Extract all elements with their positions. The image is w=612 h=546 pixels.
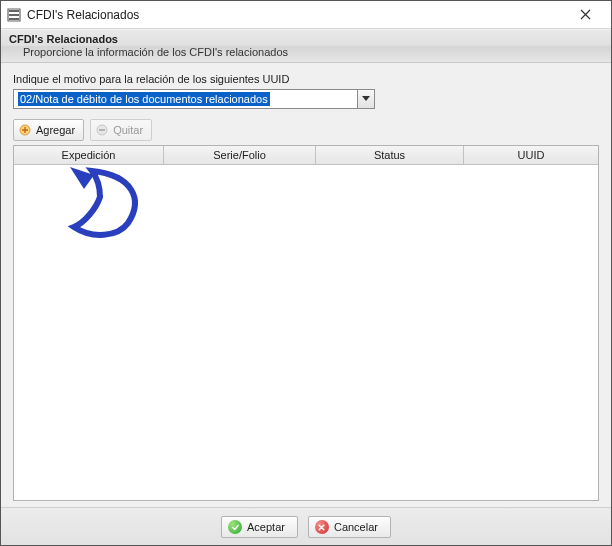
dialog-footer: Aceptar Cancelar	[1, 507, 611, 546]
reason-dropdown-value: 02/Nota de débito de los documentos rela…	[18, 92, 270, 106]
add-button-label: Agregar	[36, 124, 75, 136]
close-icon	[580, 9, 591, 20]
remove-button: Quitar	[90, 119, 152, 141]
dialog-body: Indique el motivo para la relación de lo…	[1, 63, 611, 507]
grid-body[interactable]	[14, 165, 598, 500]
window-title: CFDI's Relacionados	[27, 8, 139, 22]
grid-header-row: Expedición Serie/Folio Status UUID	[14, 146, 598, 165]
remove-icon	[95, 123, 109, 137]
cfdi-grid: Expedición Serie/Folio Status UUID	[13, 145, 599, 501]
chevron-down-icon	[362, 96, 370, 102]
section-header: CFDI's Relacionados Proporcione la infor…	[1, 29, 611, 63]
annotation-arrow-icon	[32, 165, 162, 245]
col-header-status[interactable]: Status	[316, 146, 464, 164]
reason-dropdown-text[interactable]: 02/Nota de débito de los documentos rela…	[13, 89, 357, 109]
cancel-icon	[315, 520, 329, 534]
remove-button-label: Quitar	[113, 124, 143, 136]
section-subtitle: Proporcione la información de los CFDI's…	[9, 46, 601, 58]
col-header-serie-folio[interactable]: Serie/Folio	[164, 146, 316, 164]
reason-dropdown-button[interactable]	[357, 89, 375, 109]
section-title: CFDI's Relacionados	[9, 33, 601, 45]
col-header-expedicion[interactable]: Expedición	[14, 146, 164, 164]
app-icon	[7, 8, 21, 22]
add-icon	[18, 123, 32, 137]
add-button[interactable]: Agregar	[13, 119, 84, 141]
accept-button[interactable]: Aceptar	[221, 516, 298, 538]
close-button[interactable]	[567, 5, 603, 25]
window-titlebar: CFDI's Relacionados	[1, 1, 611, 29]
accept-button-label: Aceptar	[247, 521, 285, 533]
cancel-button-label: Cancelar	[334, 521, 378, 533]
col-header-uuid[interactable]: UUID	[464, 146, 598, 164]
grid-toolbar: Agregar Quitar	[9, 119, 603, 145]
accept-icon	[228, 520, 242, 534]
reason-label: Indique el motivo para la relación de lo…	[9, 73, 603, 85]
cancel-button[interactable]: Cancelar	[308, 516, 391, 538]
reason-dropdown[interactable]: 02/Nota de débito de los documentos rela…	[13, 89, 599, 109]
